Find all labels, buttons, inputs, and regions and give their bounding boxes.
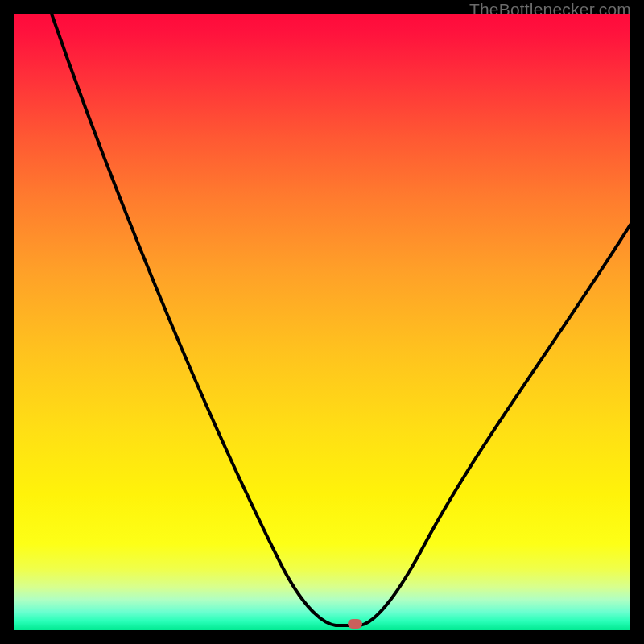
curve-path [52,14,630,625]
chart-stage: TheBottlenecker.com [0,0,644,644]
plot-area [14,14,630,630]
bottleneck-curve [14,14,630,630]
optimum-marker [348,619,362,629]
